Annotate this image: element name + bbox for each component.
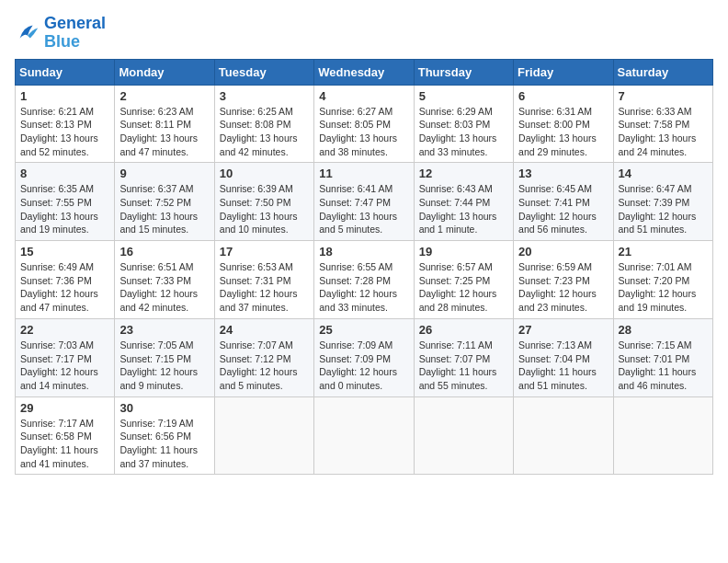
day-number: 26 xyxy=(419,323,508,337)
day-number: 19 xyxy=(419,245,508,259)
day-number: 30 xyxy=(119,401,209,415)
calendar-week-5: 29Sunrise: 7:17 AMSunset: 6:58 PMDayligh… xyxy=(16,396,713,475)
day-number: 16 xyxy=(119,245,209,259)
day-number: 17 xyxy=(220,245,309,259)
day-info: Sunrise: 7:01 AMSunset: 7:20 PMDaylight:… xyxy=(619,260,708,315)
day-info: Sunrise: 6:49 AMSunset: 7:36 PMDaylight:… xyxy=(20,260,109,315)
day-header-saturday: Saturday xyxy=(613,59,712,85)
day-info: Sunrise: 7:17 AMSunset: 6:58 PMDaylight:… xyxy=(20,417,109,471)
calendar-cell: 13Sunrise: 6:45 AMSunset: 7:41 PMDayligh… xyxy=(514,163,613,241)
calendar-cell: 20Sunrise: 6:59 AMSunset: 7:23 PMDayligh… xyxy=(514,241,613,319)
calendar-cell: 28Sunrise: 7:15 AMSunset: 7:01 PMDayligh… xyxy=(613,318,712,396)
calendar-week-1: 1Sunrise: 6:21 AMSunset: 8:13 PMDaylight… xyxy=(16,85,713,163)
day-info: Sunrise: 7:19 AMSunset: 6:56 PMDaylight:… xyxy=(119,417,209,471)
calendar-cell: 19Sunrise: 6:57 AMSunset: 7:25 PMDayligh… xyxy=(414,241,513,319)
day-info: Sunrise: 7:15 AMSunset: 7:01 PMDaylight:… xyxy=(619,339,708,393)
day-number: 7 xyxy=(619,89,708,103)
day-header-friday: Friday xyxy=(514,59,613,85)
day-number: 21 xyxy=(619,245,708,259)
day-number: 8 xyxy=(20,167,109,180)
day-number: 25 xyxy=(319,323,408,337)
calendar-cell: 18Sunrise: 6:55 AMSunset: 7:28 PMDayligh… xyxy=(314,241,414,319)
day-number: 22 xyxy=(20,323,109,337)
day-number: 28 xyxy=(619,323,708,337)
logo: GeneralBlue xyxy=(15,15,106,52)
day-number: 20 xyxy=(518,245,608,259)
calendar-cell: 24Sunrise: 7:07 AMSunset: 7:12 PMDayligh… xyxy=(214,318,313,396)
calendar-cell: 15Sunrise: 6:49 AMSunset: 7:36 PMDayligh… xyxy=(16,241,115,319)
day-info: Sunrise: 6:35 AMSunset: 7:55 PMDaylight:… xyxy=(20,182,109,236)
day-info: Sunrise: 7:13 AMSunset: 7:04 PMDaylight:… xyxy=(518,339,608,393)
calendar-cell xyxy=(314,396,414,475)
calendar-cell: 23Sunrise: 7:05 AMSunset: 7:15 PMDayligh… xyxy=(115,318,214,396)
day-number: 6 xyxy=(518,89,608,103)
calendar-cell: 16Sunrise: 6:51 AMSunset: 7:33 PMDayligh… xyxy=(115,241,214,319)
day-info: Sunrise: 6:23 AMSunset: 8:11 PMDaylight:… xyxy=(119,105,209,159)
day-header-monday: Monday xyxy=(115,59,214,85)
calendar-week-3: 15Sunrise: 6:49 AMSunset: 7:36 PMDayligh… xyxy=(16,241,713,319)
day-number: 23 xyxy=(119,323,209,337)
day-info: Sunrise: 7:03 AMSunset: 7:17 PMDaylight:… xyxy=(20,339,109,393)
calendar-cell: 8Sunrise: 6:35 AMSunset: 7:55 PMDaylight… xyxy=(16,163,115,241)
day-number: 12 xyxy=(419,167,508,180)
day-number: 4 xyxy=(319,89,408,103)
day-number: 14 xyxy=(619,167,708,180)
calendar-table: SundayMondayTuesdayWednesdayThursdayFrid… xyxy=(15,59,713,476)
day-info: Sunrise: 6:57 AMSunset: 7:25 PMDaylight:… xyxy=(419,260,508,315)
day-info: Sunrise: 6:43 AMSunset: 7:44 PMDaylight:… xyxy=(419,182,508,236)
day-number: 5 xyxy=(419,89,508,103)
day-info: Sunrise: 7:11 AMSunset: 7:07 PMDaylight:… xyxy=(419,339,508,393)
page-header: GeneralBlue xyxy=(15,15,713,52)
calendar-cell: 5Sunrise: 6:29 AMSunset: 8:03 PMDaylight… xyxy=(414,85,513,163)
calendar-cell: 22Sunrise: 7:03 AMSunset: 7:17 PMDayligh… xyxy=(16,318,115,396)
day-header-thursday: Thursday xyxy=(414,59,513,85)
calendar-cell: 3Sunrise: 6:25 AMSunset: 8:08 PMDaylight… xyxy=(214,85,313,163)
calendar-cell: 12Sunrise: 6:43 AMSunset: 7:44 PMDayligh… xyxy=(414,163,513,241)
calendar-cell xyxy=(414,396,513,475)
calendar-week-2: 8Sunrise: 6:35 AMSunset: 7:55 PMDaylight… xyxy=(16,163,713,241)
logo-text: GeneralBlue xyxy=(44,15,106,52)
calendar-cell: 7Sunrise: 6:33 AMSunset: 7:58 PMDaylight… xyxy=(613,85,712,163)
day-number: 15 xyxy=(20,245,109,259)
day-info: Sunrise: 6:33 AMSunset: 7:58 PMDaylight:… xyxy=(619,105,708,159)
day-info: Sunrise: 6:27 AMSunset: 8:05 PMDaylight:… xyxy=(319,105,408,159)
day-info: Sunrise: 6:29 AMSunset: 8:03 PMDaylight:… xyxy=(419,105,508,159)
calendar-cell: 30Sunrise: 7:19 AMSunset: 6:56 PMDayligh… xyxy=(115,396,214,475)
day-info: Sunrise: 6:51 AMSunset: 7:33 PMDaylight:… xyxy=(119,260,209,315)
day-number: 11 xyxy=(319,167,408,180)
day-number: 24 xyxy=(220,323,309,337)
day-info: Sunrise: 6:41 AMSunset: 7:47 PMDaylight:… xyxy=(319,182,408,236)
day-number: 27 xyxy=(518,323,608,337)
logo-icon xyxy=(15,20,40,46)
day-header-sunday: Sunday xyxy=(16,59,115,85)
day-header-wednesday: Wednesday xyxy=(314,59,414,85)
calendar-cell: 21Sunrise: 7:01 AMSunset: 7:20 PMDayligh… xyxy=(613,241,712,319)
day-number: 13 xyxy=(518,167,608,180)
day-number: 18 xyxy=(319,245,408,259)
calendar-cell: 10Sunrise: 6:39 AMSunset: 7:50 PMDayligh… xyxy=(214,163,313,241)
day-header-tuesday: Tuesday xyxy=(214,59,313,85)
calendar-cell xyxy=(214,396,313,475)
calendar-cell: 25Sunrise: 7:09 AMSunset: 7:09 PMDayligh… xyxy=(314,318,414,396)
calendar-cell: 9Sunrise: 6:37 AMSunset: 7:52 PMDaylight… xyxy=(115,163,214,241)
day-info: Sunrise: 6:39 AMSunset: 7:50 PMDaylight:… xyxy=(220,182,309,236)
day-info: Sunrise: 6:55 AMSunset: 7:28 PMDaylight:… xyxy=(319,260,408,315)
calendar-cell: 1Sunrise: 6:21 AMSunset: 8:13 PMDaylight… xyxy=(16,85,115,163)
calendar-cell: 27Sunrise: 7:13 AMSunset: 7:04 PMDayligh… xyxy=(514,318,613,396)
day-info: Sunrise: 6:47 AMSunset: 7:39 PMDaylight:… xyxy=(619,182,708,236)
day-info: Sunrise: 6:53 AMSunset: 7:31 PMDaylight:… xyxy=(220,260,309,315)
calendar-cell: 29Sunrise: 7:17 AMSunset: 6:58 PMDayligh… xyxy=(16,396,115,475)
day-info: Sunrise: 7:09 AMSunset: 7:09 PMDaylight:… xyxy=(319,339,408,393)
day-info: Sunrise: 7:05 AMSunset: 7:15 PMDaylight:… xyxy=(119,339,209,393)
day-info: Sunrise: 6:31 AMSunset: 8:00 PMDaylight:… xyxy=(518,105,608,159)
calendar-cell: 4Sunrise: 6:27 AMSunset: 8:05 PMDaylight… xyxy=(314,85,414,163)
day-info: Sunrise: 6:25 AMSunset: 8:08 PMDaylight:… xyxy=(220,105,309,159)
calendar-cell: 17Sunrise: 6:53 AMSunset: 7:31 PMDayligh… xyxy=(214,241,313,319)
calendar-cell: 2Sunrise: 6:23 AMSunset: 8:11 PMDaylight… xyxy=(115,85,214,163)
day-info: Sunrise: 6:21 AMSunset: 8:13 PMDaylight:… xyxy=(20,105,109,159)
calendar-cell: 26Sunrise: 7:11 AMSunset: 7:07 PMDayligh… xyxy=(414,318,513,396)
calendar-cell xyxy=(514,396,613,475)
calendar-cell: 11Sunrise: 6:41 AMSunset: 7:47 PMDayligh… xyxy=(314,163,414,241)
calendar-header-row: SundayMondayTuesdayWednesdayThursdayFrid… xyxy=(16,59,713,85)
day-number: 2 xyxy=(119,89,209,103)
